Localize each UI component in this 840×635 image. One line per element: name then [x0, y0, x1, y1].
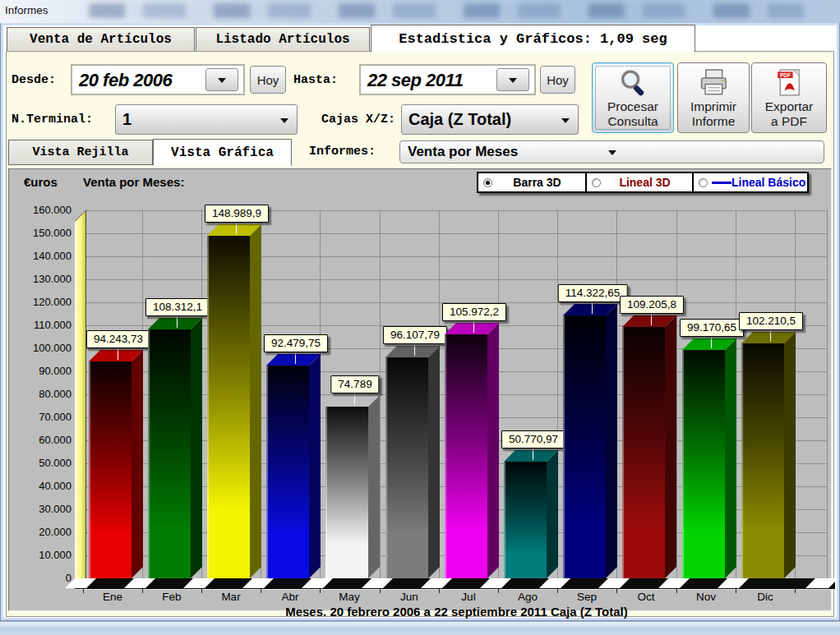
bar-front-face	[682, 350, 725, 578]
x-axis-tick-mark	[83, 589, 84, 593]
tab-label: Vista Gráfica	[171, 145, 274, 160]
bar-side-face	[309, 354, 321, 578]
chevron-down-icon	[218, 78, 226, 83]
informes-window: Informes Venta de Artículos Listado Artí…	[0, 0, 840, 635]
terminal-value: 1	[122, 105, 132, 134]
bar-front-face	[207, 236, 250, 578]
y-axis-tick-label: 120.000	[14, 296, 72, 308]
y-axis-tick-label: 20.000	[14, 526, 72, 538]
y-axis-tick-label: 140.000	[14, 250, 72, 262]
value-label-connector	[651, 314, 652, 325]
bar-side-face	[368, 395, 380, 578]
value-label-connector	[473, 321, 474, 333]
x-axis-category-label: Mar	[221, 591, 240, 603]
bar-value-label: 94.243,73	[86, 330, 150, 348]
bar-side-face	[725, 338, 736, 578]
bar-front-face	[385, 357, 428, 578]
x-axis-category-label: Oct	[637, 591, 654, 603]
bar-side-face	[665, 315, 676, 578]
bar-value-label: 74.789	[330, 375, 379, 393]
bar-front-face	[148, 329, 191, 578]
chevron-down-icon	[561, 118, 570, 123]
desde-date-picker[interactable]: 20 feb 2006	[71, 64, 245, 95]
y-axis-tick-label: 50.000	[14, 457, 72, 469]
hasta-hoy-button[interactable]: Hoy	[540, 66, 575, 94]
cajas-label: Cajas X/Z:	[321, 105, 395, 135]
bar-side-face	[132, 350, 143, 578]
y-axis-tick-label: 130.000	[14, 273, 72, 285]
tab-estadistica-graficos[interactable]: Estadística y Gráficos: 1,09 seg	[371, 25, 695, 53]
pdf-icon: PDF	[773, 67, 805, 100]
value-label-connector	[354, 393, 355, 405]
gridline-v	[380, 210, 381, 578]
y-axis-tick-label: 90.000	[14, 365, 72, 377]
y-axis-tick-label: 30.000	[14, 503, 72, 515]
bar-value-label: 148.989,9	[205, 205, 269, 223]
x-axis-tick-mark	[498, 589, 499, 593]
terminal-select[interactable]: 1	[115, 104, 298, 135]
y-axis-tick-label: 0	[14, 572, 72, 584]
y-axis-tick-label: 40.000	[14, 480, 72, 492]
desde-label: Desde:	[12, 66, 56, 95]
bar-front-face	[325, 407, 368, 578]
x-axis-tick-mark	[320, 589, 321, 593]
printer-icon	[697, 67, 730, 99]
bar-value-label: 105.972,2	[442, 303, 506, 321]
x-axis-category-label: Jul	[461, 591, 475, 603]
bar-side-face	[487, 323, 499, 578]
desde-hoy-button[interactable]: Hoy	[250, 66, 286, 94]
x-axis-tick-mark	[261, 589, 261, 593]
x-axis-tick-mark	[676, 589, 677, 593]
desde-calendar-dropdown-button[interactable]	[205, 68, 238, 91]
exportar-pdf-button[interactable]: PDF Exportar a PDF	[751, 62, 827, 133]
y-axis-tick-label: 60.000	[14, 434, 72, 446]
bar-front-face	[622, 327, 665, 578]
hasta-label: Hasta:	[293, 66, 338, 95]
value-label-connector	[118, 348, 118, 360]
hasta-date-picker[interactable]: 22 sep 2011	[359, 64, 536, 95]
x-axis-tick-mark	[736, 589, 736, 593]
x-axis-tick-mark	[142, 589, 143, 593]
button-label-line1: Imprimir	[678, 99, 749, 114]
window-bottom-border	[0, 621, 840, 635]
bar-value-label: 108.312,1	[145, 298, 210, 316]
x-axis-category-label: Sep	[577, 591, 597, 603]
tab-listado-articulos[interactable]: Listado Artículos	[196, 27, 370, 52]
hasta-calendar-dropdown-button[interactable]	[496, 68, 529, 91]
tab-venta-de-articulos[interactable]: Venta de Artículos	[7, 27, 195, 52]
gridline-h	[86, 256, 827, 257]
bar-side-face	[547, 450, 558, 578]
bar-value-label: 99.170,65	[680, 319, 744, 337]
bar-front-face	[266, 366, 309, 578]
chevron-down-icon	[280, 118, 288, 123]
redacted-titlebar-text	[89, 3, 804, 18]
y-axis-tick-label: 70.000	[14, 411, 72, 423]
cajas-select[interactable]: Caja (Z Total)	[401, 104, 579, 135]
tab-label: Venta de Artículos	[30, 32, 172, 47]
chevron-down-icon	[509, 78, 517, 83]
tab-label: Vista Rejilla	[32, 145, 128, 159]
axis-floor-edge	[75, 589, 835, 590]
hasta-date-value: 22 sep 2011	[367, 67, 463, 94]
bar-side-face	[250, 224, 261, 578]
y-axis-tick-label: 80.000	[14, 388, 72, 400]
value-label-connector	[592, 302, 593, 314]
x-axis-category-label: Ene	[103, 591, 122, 603]
svg-text:PDF: PDF	[780, 72, 791, 78]
y-axis-tick-label: 100.000	[14, 342, 72, 354]
x-axis-tick-mark	[616, 589, 617, 593]
cajas-value: Caja (Z Total)	[408, 105, 511, 134]
imprimir-informe-button[interactable]: Imprimir Informe	[677, 62, 750, 133]
terminal-label: N.Terminal:	[12, 105, 93, 135]
x-axis-tick-mark	[380, 589, 381, 593]
tab-vista-rejilla[interactable]: Vista Rejilla	[8, 140, 153, 165]
x-axis-category-label: Ago	[518, 591, 538, 603]
bar-side-face	[191, 318, 202, 578]
informes-select[interactable]: Venta por Meses	[399, 140, 824, 163]
axis-wall-3d	[75, 210, 86, 578]
procesar-consulta-button[interactable]: Procesar Consulta	[592, 62, 674, 133]
window-title: Informes	[5, 0, 48, 23]
x-axis-category-label: Jun	[400, 591, 418, 603]
tab-vista-grafica[interactable]: Vista Gráfica	[153, 139, 292, 166]
x-axis-tick-mark	[557, 589, 558, 593]
